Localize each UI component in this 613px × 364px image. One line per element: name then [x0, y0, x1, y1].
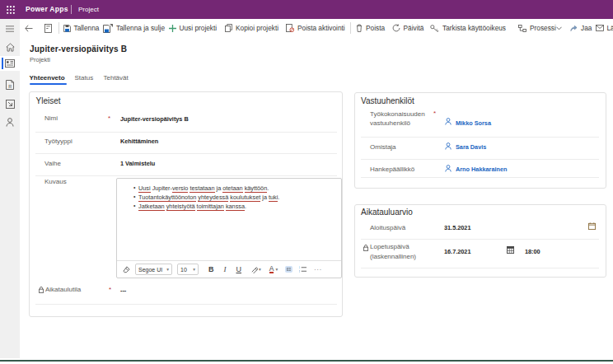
svg-text:R: R — [8, 84, 12, 89]
svg-text:2: 2 — [299, 270, 300, 273]
svg-text:1: 1 — [299, 266, 300, 269]
